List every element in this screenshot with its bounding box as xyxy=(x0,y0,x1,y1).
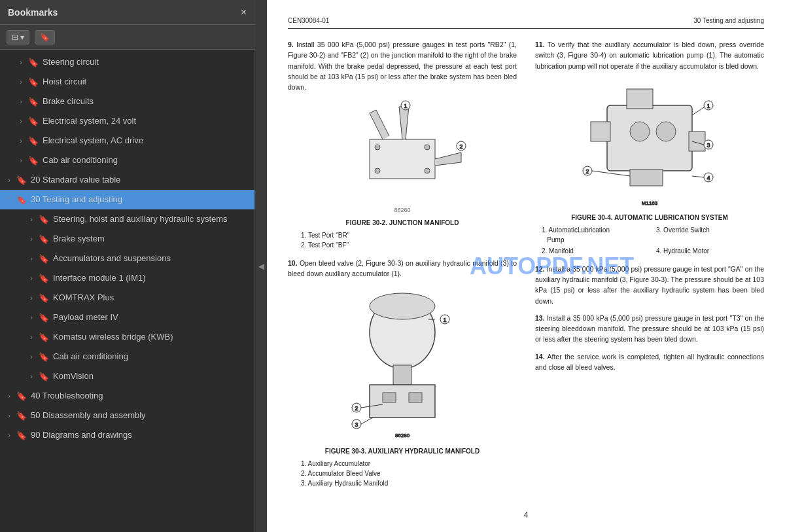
content-columns: 9. Install 35 000 kPa (5,000 psi) pressu… xyxy=(288,39,764,496)
svg-line-43 xyxy=(692,176,704,177)
svg-text:1: 1 xyxy=(706,103,710,109)
bookmark-item-brakesys[interactable]: › 🔖 Brake system xyxy=(0,229,254,249)
bookmark-item-payload[interactable]: › 🔖 Payload meter IV xyxy=(0,308,254,327)
bookmark-icon: 🔖 xyxy=(38,352,50,362)
svg-text:4: 4 xyxy=(706,175,710,181)
bookmark-label: Cab air conditioning xyxy=(53,351,249,363)
main-content[interactable]: AUTOPDF.NET CEN30084-01 30 Testing and a… xyxy=(267,0,785,532)
svg-point-31 xyxy=(656,122,676,141)
bookmark-item-im1[interactable]: › 🔖 Interface module 1 (IM1) xyxy=(0,268,254,288)
toggle-icon: › xyxy=(26,333,37,341)
bookmark-icon: 🔖 xyxy=(27,77,39,87)
toggle-icon: › xyxy=(4,412,14,419)
pdf-page: CEN30084-01 30 Testing and adjusting 9. … xyxy=(267,0,785,532)
bookmark-label: KOMTRAX Plus xyxy=(53,293,249,304)
bookmark-item-disassem50[interactable]: › 🔖 50 Disassembly and assembly xyxy=(0,406,254,425)
list-icon: ⊟ xyxy=(12,33,18,42)
svg-text:2: 2 xyxy=(585,168,589,175)
fig4-items: 1. AutomaticLubrication Pump 3. Override… xyxy=(535,225,764,256)
left-column: 9. Install 35 000 kPa (5,000 psi) pressu… xyxy=(288,39,517,496)
bookmark-icon: 🔖 xyxy=(27,116,39,126)
bookmark-icon: 🔖 xyxy=(40,33,50,42)
svg-text:86280: 86280 xyxy=(395,433,410,438)
bookmark-item-diag90[interactable]: › 🔖 90 Diagrams and drawings xyxy=(0,425,254,445)
svg-text:1: 1 xyxy=(443,317,446,323)
bookmark-toolbar-button[interactable]: 🔖 xyxy=(35,30,55,44)
fig2-svg: 1 2 xyxy=(330,100,474,205)
toggle-icon: › xyxy=(16,58,26,66)
bookmark-label: Payload meter IV xyxy=(53,312,249,323)
bookmark-item-elec24[interactable]: › 🔖 Electrical system, 24 volt xyxy=(0,111,254,131)
collapse-sidebar-button[interactable]: ◀ xyxy=(255,0,267,532)
bookmark-icon: 🔖 xyxy=(16,411,27,421)
svg-rect-25 xyxy=(607,105,692,171)
close-button[interactable]: × xyxy=(241,7,247,18)
bookmark-icon: 🔖 xyxy=(16,431,27,440)
bookmark-icon: 🔖 xyxy=(27,97,39,107)
toggle-icon: › xyxy=(16,98,26,105)
bookmark-icon: 🔖 xyxy=(38,313,50,323)
bookmark-item-elecac[interactable]: › 🔖 Electrical system, AC drive xyxy=(0,131,254,151)
toggle-icon: › xyxy=(16,78,26,86)
page-number: 4 xyxy=(288,509,764,521)
bookmark-icon: 🔖 xyxy=(38,254,50,264)
svg-rect-17 xyxy=(409,393,422,402)
toggle-icon: › xyxy=(4,431,14,439)
bookmark-icon: 🔖 xyxy=(16,391,27,401)
expand-toolbar-button[interactable]: ⊟ ▾ xyxy=(7,30,29,44)
bookmark-icon: 🔖 xyxy=(27,58,39,67)
bookmark-item-std20[interactable]: › 🔖 20 Standard value table xyxy=(0,170,254,190)
figure-30-2: 1 2 86260 FIGURE 30-2. JUNCTION MANIF xyxy=(288,100,517,250)
bookmark-label: 30 Testing and adjusting xyxy=(31,194,249,205)
bookmark-item-steer-hoist[interactable]: › 🔖 Steering, hoist and auxiliary hydrau… xyxy=(0,209,254,229)
bookmark-item-cabac1[interactable]: › 🔖 Cab air conditioning xyxy=(0,151,254,170)
fig2-caption: FIGURE 30-2. JUNCTION MANIFOLD xyxy=(288,218,517,228)
bookmark-icon: 🔖 xyxy=(38,215,50,224)
bookmark-label: Electrical system, AC drive xyxy=(43,135,249,147)
toggle-icon: › xyxy=(26,255,37,262)
pdf-header: CEN30084-01 30 Testing and adjusting xyxy=(288,16,764,29)
bookmark-icon: 🔖 xyxy=(38,332,50,342)
toggle-icon: › xyxy=(26,215,37,223)
bookmark-label: KomVision xyxy=(53,371,249,382)
toggle-icon: › xyxy=(26,274,37,282)
svg-rect-14 xyxy=(393,365,411,385)
svg-text:2: 2 xyxy=(459,143,462,150)
svg-point-5 xyxy=(375,145,380,150)
figure-30-4: 1 2 3 4 xyxy=(535,79,764,256)
fig3-items: 1. Auxiliary Accumulator 2. Accumulator … xyxy=(288,459,517,488)
toggle-icon: › xyxy=(16,156,26,164)
bookmark-icon: 🔖 xyxy=(38,293,50,303)
pdf-header-left: CEN30084-01 xyxy=(288,16,329,26)
svg-rect-27 xyxy=(591,122,610,141)
svg-rect-28 xyxy=(689,132,705,151)
bookmark-item-cabac2[interactable]: › 🔖 Cab air conditioning xyxy=(0,347,254,366)
bookmark-item-komtrax[interactable]: › 🔖 KOMTRAX Plus xyxy=(0,288,254,308)
bookmark-icon: 🔖 xyxy=(38,274,50,283)
bookmark-label: Interface module 1 (IM1) xyxy=(53,273,249,284)
bookmark-item-accum[interactable]: › 🔖 Accumulators and suspensions xyxy=(0,249,254,268)
fig2-label: 86260 xyxy=(288,206,517,215)
bookmark-item-trouble40[interactable]: › 🔖 40 Troubleshooting xyxy=(0,386,254,406)
svg-point-7 xyxy=(375,168,380,173)
bookmark-item-kwb[interactable]: › 🔖 Komatsu wireless bridge (KWB) xyxy=(0,327,254,347)
bookmark-item-brake[interactable]: › 🔖 Brake circuits xyxy=(0,92,254,111)
step14-text: 14. After the service work is completed,… xyxy=(535,351,764,373)
bookmark-label: Accumulators and suspensions xyxy=(53,253,249,264)
bookmark-icon: 🔖 xyxy=(27,136,39,146)
sidebar-toolbar: ⊟ ▾ 🔖 xyxy=(0,25,254,50)
bookmark-item-steering[interactable]: › 🔖 Steering circuit xyxy=(0,52,254,72)
svg-point-6 xyxy=(425,145,430,150)
toggle-icon: › xyxy=(4,176,14,184)
fig3-caption: FIGURE 30-3. AUXILIARY HYDRAULIC MANIFOL… xyxy=(288,446,517,456)
bookmark-label: Brake system xyxy=(53,234,249,245)
svg-text:3: 3 xyxy=(706,142,710,149)
bookmark-label: Komatsu wireless bridge (KWB) xyxy=(53,332,249,343)
bookmark-item-test30[interactable]: ˅ 🔖 30 Testing and adjusting xyxy=(0,190,254,209)
step10-text: 10. Open bleed valve (2, Figure 30-3) on… xyxy=(288,258,517,279)
bookmark-item-hoist[interactable]: › 🔖 Hoist circuit xyxy=(0,72,254,92)
bookmark-label: Cab air conditioning xyxy=(43,155,249,166)
bookmark-list: › 🔖 Steering circuit › 🔖 Hoist circuit ›… xyxy=(0,50,254,532)
bookmark-item-komvision[interactable]: › 🔖 KomVision xyxy=(0,366,254,386)
figure-30-3: 1 2 xyxy=(288,287,517,488)
